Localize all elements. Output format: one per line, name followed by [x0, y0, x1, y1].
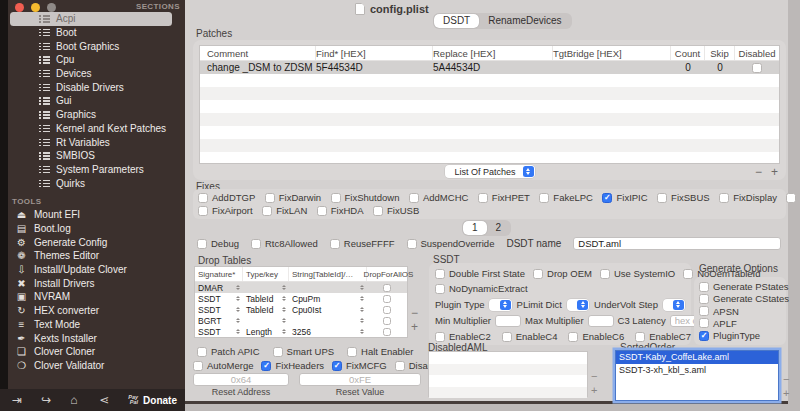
tool-themes-editor[interactable]: ❁Themes Editor	[8, 249, 185, 263]
import-icon[interactable]: ⇥	[12, 390, 41, 410]
tool-hex-converter[interactable]: ↻HEX converter	[8, 304, 185, 318]
list-of-patches-popup[interactable]: List Of Patches	[445, 165, 535, 178]
drop-table-row[interactable]: BGRT	[195, 315, 407, 326]
dsdt-name-input[interactable]	[573, 237, 781, 250]
checkbox-fixhpet[interactable]: FixHPET	[478, 192, 530, 203]
checkbox-use-systemio[interactable]: Use SystemIO	[600, 268, 675, 279]
sidebar-item-cpu[interactable]: Cpu	[8, 53, 185, 67]
patch-row[interactable]: change _DSM to ZDSM 5F44534D 5A44534D 0 …	[200, 61, 779, 74]
stepper-icon[interactable]	[236, 285, 240, 291]
checkbox-plugintype[interactable]: PluginType	[699, 330, 781, 341]
tool-clover-cloner[interactable]: ❏Clover Cloner	[8, 345, 185, 359]
sidebar-item-smbios[interactable]: SMBIOS	[8, 149, 185, 163]
tab-dsdt[interactable]: DSDT	[434, 14, 479, 28]
drop-table-row[interactable]: SSDT TableId Cpu0Ist	[195, 304, 407, 315]
checkbox-patch-apic[interactable]: Patch APIC	[197, 346, 260, 357]
sidebar-item-devices[interactable]: Devices	[8, 67, 185, 81]
sorted-order-item[interactable]: SSDT-3-xh_kbl_s.aml	[616, 364, 778, 377]
checkbox-fixdarwin[interactable]: FixDarwin	[265, 192, 321, 203]
sidebar-item-rt-variables[interactable]: Rt Variables	[8, 135, 185, 149]
checkbox-drop-oem[interactable]: Drop OEM	[533, 268, 592, 279]
tab-renamedevices[interactable]: RenameDevices	[479, 14, 570, 28]
tool-generate-config[interactable]: ⚙Generate Config	[8, 235, 185, 249]
max-multiplier-input[interactable]	[588, 315, 614, 327]
pager-page-2[interactable]: 2	[487, 221, 511, 235]
checkbox-fixusb[interactable]: FixUSB	[373, 205, 419, 216]
sorted-order-item[interactable]: SSDT-Kaby_CoffeLake.aml	[616, 351, 778, 364]
sidebar-item-kernel-kext-patches[interactable]: Kernel and Kext Patches	[8, 122, 185, 136]
disabled-aml-list[interactable]	[428, 351, 588, 397]
checkbox-nodynamicextract[interactable]: NoDynamicExtract	[435, 283, 528, 294]
tool-install-update-clover[interactable]: ⇩Install/Update Clover	[8, 263, 185, 277]
tool-text-mode[interactable]: ≡Text Mode	[8, 318, 185, 332]
dropforallos-checkbox[interactable]	[383, 306, 391, 314]
checkbox-halt-enabler[interactable]: Halt Enabler	[347, 346, 413, 357]
close-button[interactable]	[15, 3, 24, 12]
checkbox-double-first-state[interactable]: Double First State	[435, 268, 525, 279]
tool-boot-log[interactable]: ▤Boot.log	[8, 222, 185, 236]
plimit-dict-popup[interactable]	[567, 299, 589, 311]
stepper-icon[interactable]	[282, 285, 286, 291]
checkbox-fixshutdown[interactable]: FixShutdown	[331, 192, 400, 203]
checkbox-addmchc[interactable]: AddMCHC	[409, 192, 468, 203]
drop-table-row[interactable]: DMAR	[195, 282, 407, 293]
add-drop-table-button[interactable]: +	[411, 322, 418, 332]
checkbox-apsn[interactable]: APSN	[699, 306, 781, 317]
drop-table-row[interactable]: SSDT Length 3256	[195, 326, 407, 337]
stepper-icon[interactable]	[236, 329, 240, 335]
checkbox-fakelpc[interactable]: FakeLPC	[539, 192, 593, 203]
drop-table-row[interactable]: SSDT TableId CpuPm	[195, 293, 407, 304]
checkbox-fixide[interactable]: FixIDE	[786, 192, 800, 203]
remove-sorted-order-button[interactable]: −	[783, 374, 789, 384]
stepper-icon[interactable]	[282, 307, 286, 313]
checkbox-fixheaders[interactable]: FixHeaders	[261, 360, 324, 371]
stepper-icon[interactable]	[282, 296, 286, 302]
checkbox-fixipic[interactable]: FixIPIC	[602, 192, 647, 203]
checkbox-fixmcfg[interactable]: FixMCFG	[332, 360, 387, 371]
dropforallos-checkbox[interactable]	[383, 284, 391, 292]
checkbox-enablec6[interactable]: EnableC6	[568, 331, 624, 342]
stepper-icon[interactable]	[360, 329, 364, 335]
share-icon[interactable]: ⋖	[99, 390, 128, 410]
tool-nvram[interactable]: ▣NVRAM	[8, 290, 185, 304]
checkbox-debug[interactable]: Debug	[197, 238, 239, 249]
add-patch-button[interactable]: +	[771, 165, 778, 179]
checkbox-automerge[interactable]: AutoMerge	[193, 360, 253, 371]
checkbox-generate-cstates[interactable]: Generate CStates	[699, 293, 781, 304]
checkbox-suspendoverride[interactable]: SuspendOverride	[407, 238, 495, 249]
minimize-button[interactable]	[31, 3, 40, 12]
reset-address-input[interactable]	[193, 373, 289, 386]
checkbox-reuseffff[interactable]: ReuseFFFF	[330, 238, 395, 249]
dropforallos-checkbox[interactable]	[383, 328, 391, 336]
sidebar-item-disable-drivers[interactable]: Disable Drivers	[8, 80, 185, 94]
tool-mount-efi[interactable]: ⏏Mount EFI	[8, 208, 185, 222]
checkbox-enablec4[interactable]: EnableC4	[502, 331, 558, 342]
sidebar-item-gui[interactable]: Gui	[8, 94, 185, 108]
stepper-icon[interactable]	[236, 318, 240, 324]
remove-disabled-aml-button[interactable]: −	[591, 371, 597, 381]
stepper-icon[interactable]	[282, 329, 286, 335]
sidebar-item-quirks[interactable]: Quirks	[8, 176, 185, 190]
checkbox-enablec7[interactable]: EnableC7	[635, 331, 691, 342]
zoom-button[interactable]	[47, 3, 56, 12]
dropforallos-checkbox[interactable]	[383, 317, 391, 325]
sidebar-item-acpi[interactable]: Acpi	[10, 12, 172, 26]
remove-drop-table-button[interactable]: −	[411, 308, 418, 318]
add-sorted-order-button[interactable]: +	[783, 388, 789, 398]
checkbox-fixlan[interactable]: FixLAN	[262, 205, 307, 216]
min-multiplier-input[interactable]	[495, 315, 521, 327]
home-icon[interactable]: ⌂	[70, 390, 99, 410]
sidebar-item-graphics[interactable]: Graphics	[8, 108, 185, 122]
checkbox-aplf[interactable]: APLF	[699, 318, 781, 329]
stepper-icon[interactable]	[236, 296, 240, 302]
checkbox-rtc8allowed[interactable]: Rtc8Allowed	[251, 238, 318, 249]
sidebar-item-boot[interactable]: Boot	[8, 26, 185, 40]
donate-button[interactable]: Donate	[143, 395, 177, 406]
patch-disabled-checkbox[interactable]	[752, 63, 762, 73]
stepper-icon[interactable]	[360, 296, 364, 302]
sidebar-item-system-parameters[interactable]: System Parameters	[8, 163, 185, 177]
checkbox-fixhda[interactable]: FixHDA	[317, 205, 364, 216]
checkbox-fixdisplay[interactable]: FixDisplay	[719, 192, 777, 203]
stepper-icon[interactable]	[360, 307, 364, 313]
add-disabled-aml-button[interactable]: +	[591, 385, 597, 395]
